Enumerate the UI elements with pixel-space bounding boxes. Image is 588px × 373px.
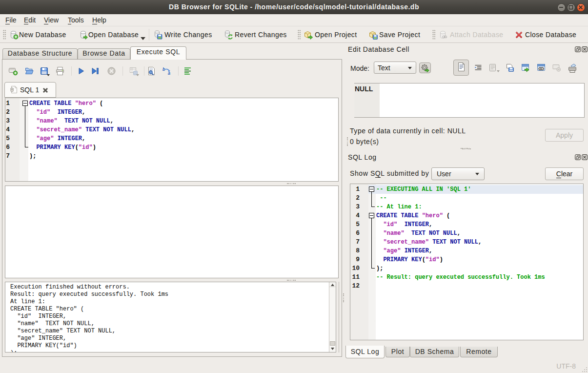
- svg-text:b: b: [162, 67, 165, 72]
